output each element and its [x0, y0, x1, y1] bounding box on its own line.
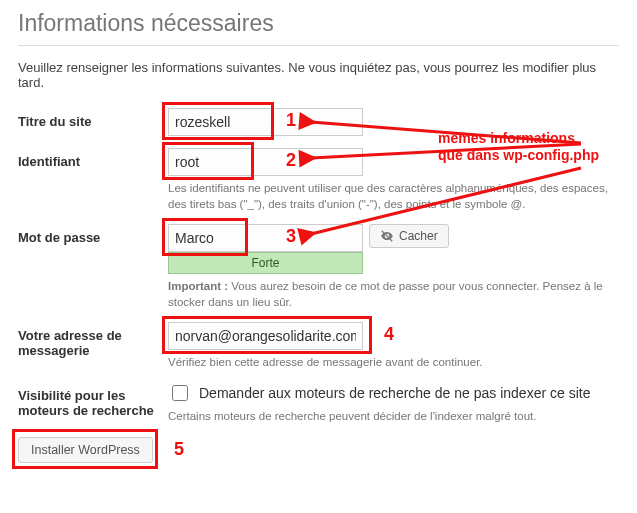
password-strength: Forte — [168, 252, 363, 274]
annotation-number-1: 1 — [286, 110, 296, 131]
label-privacy: Visibilité pour les moteurs de recherche — [18, 382, 168, 418]
page-title: Informations nécessaires — [18, 10, 619, 37]
eye-slash-icon — [380, 229, 394, 243]
label-site-title: Titre du site — [18, 108, 168, 129]
annotation-number-2: 2 — [286, 150, 296, 171]
email-input[interactable] — [168, 322, 363, 350]
privacy-checkbox[interactable] — [172, 385, 188, 401]
divider — [18, 45, 619, 46]
label-email: Votre adresse de messagerie — [18, 322, 168, 358]
password-hint: Important : Vous aurez besoin de ce mot … — [168, 278, 608, 310]
install-wordpress-button[interactable]: Installer WordPress — [18, 437, 153, 463]
username-hint: Les identifiants ne peuvent utiliser que… — [168, 180, 608, 212]
password-input[interactable] — [168, 224, 363, 252]
email-hint: Vérifiez bien cette adresse de messageri… — [168, 354, 608, 370]
label-username: Identifiant — [18, 148, 168, 169]
intro-text: Veuillez renseigner les informations sui… — [18, 60, 619, 90]
hide-password-button[interactable]: Cacher — [369, 224, 449, 248]
privacy-checkbox-label: Demander aux moteurs de recherche de ne … — [199, 385, 590, 401]
username-input[interactable] — [168, 148, 363, 176]
privacy-hint: Certains moteurs de recherche peuvent dé… — [168, 408, 608, 424]
annotation-number-4: 4 — [384, 324, 394, 345]
annotation-number-5: 5 — [174, 439, 184, 460]
annotation-number-3: 3 — [286, 226, 296, 247]
site-title-input[interactable] — [168, 108, 363, 136]
label-password: Mot de passe — [18, 224, 168, 245]
